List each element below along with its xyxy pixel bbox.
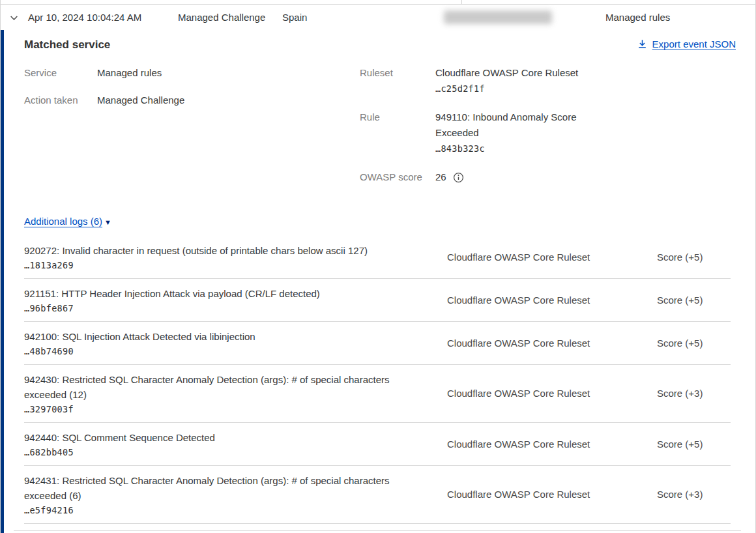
rule-id: …843b323c — [435, 141, 597, 156]
log-row: 942100: SQL Injection Attack Detected vi… — [24, 322, 731, 365]
log-rule-id: …e5f94216 — [24, 505, 447, 515]
log-description: 942440: SQL Comment Sequence Detected — [24, 430, 423, 445]
download-icon — [637, 38, 648, 50]
owasp-score-value: 26 — [435, 169, 446, 185]
additional-logs-label: Additional logs (6) — [24, 216, 102, 227]
ruleset-fields: Ruleset Cloudflare OWASP Core Ruleset …c… — [360, 65, 712, 198]
log-ruleset: Cloudflare OWASP Core Ruleset — [447, 295, 657, 306]
field-value: Managed Challenge — [97, 93, 184, 108]
ruleset-name: Cloudflare OWASP Core Ruleset — [435, 65, 597, 81]
log-ruleset: Cloudflare OWASP Core Ruleset — [447, 252, 657, 263]
log-row: 921151: HTTP Header Injection Attack via… — [24, 279, 731, 322]
field-ruleset: Ruleset Cloudflare OWASP Core Ruleset …c… — [360, 65, 712, 96]
log-ruleset: Cloudflare OWASP Core Ruleset — [447, 489, 657, 500]
info-icon[interactable] — [453, 172, 464, 183]
log-score: Score (+5) — [657, 295, 731, 306]
additional-logs-toggle[interactable]: Additional logs (6) ▼ — [24, 216, 111, 227]
field-value: Managed rules — [97, 65, 162, 81]
event-row[interactable]: Apr 10, 2024 10:04:24 AM Managed Challen… — [1, 5, 755, 30]
log-score: Score (+3) — [657, 388, 731, 399]
field-service: Service Managed rules — [24, 65, 360, 81]
panel-title: Matched service — [24, 38, 110, 51]
rule-name: 949110: Inbound Anomaly Score Exceeded — [435, 109, 597, 141]
log-description: 942430: Restricted SQL Character Anomaly… — [24, 372, 423, 402]
log-rule-id: …96bfe867 — [24, 303, 447, 313]
field-rule: Rule 949110: Inbound Anomaly Score Excee… — [360, 109, 712, 156]
redacted-value — [444, 10, 552, 24]
field-action-taken: Action taken Managed Challenge — [24, 93, 360, 108]
event-timestamp: Apr 10, 2024 10:04:24 AM — [28, 12, 141, 23]
log-row: 942431: Restricted SQL Character Anomaly… — [24, 466, 731, 524]
log-rule-id: …3297003f — [24, 404, 447, 414]
log-rule-id: …48b74690 — [24, 346, 447, 356]
log-ruleset: Cloudflare OWASP Core Ruleset — [447, 338, 657, 349]
event-action: Managed Challenge — [178, 12, 265, 23]
log-description: 942431: Restricted SQL Character Anomaly… — [24, 473, 423, 503]
field-label: OWASP score — [360, 169, 435, 185]
export-event-json-link[interactable]: Export event JSON — [637, 38, 736, 50]
field-owasp-score: OWASP score 26 — [360, 169, 712, 185]
export-link-label: Export event JSON — [652, 38, 736, 50]
log-description: 942100: SQL Injection Attack Detected vi… — [24, 329, 423, 344]
field-label: Action taken — [24, 93, 97, 108]
log-description: 920272: Invalid character in request (ou… — [24, 243, 423, 258]
matched-service-fields: Service Managed rules Action taken Manag… — [1, 65, 360, 198]
firewall-event-detail-panel: Apr 10, 2024 10:04:24 AM Managed Challen… — [0, 0, 756, 533]
log-score: Score (+5) — [657, 338, 731, 349]
log-description: 921151: HTTP Header Injection Attack via… — [24, 286, 423, 301]
selected-row-indicator — [1, 30, 4, 533]
log-ruleset: Cloudflare OWASP Core Ruleset — [447, 388, 657, 399]
log-row: 920272: Invalid character in request (ou… — [24, 236, 731, 279]
log-score: Score (+3) — [657, 489, 731, 500]
field-label: Service — [24, 65, 97, 81]
field-label: Ruleset — [360, 65, 435, 96]
log-rule-id: …1813a269 — [24, 260, 447, 270]
log-rule-id: …682bb405 — [24, 447, 447, 457]
event-service: Managed rules — [605, 12, 670, 23]
chevron-down-icon[interactable] — [9, 13, 19, 25]
divider — [14, 530, 741, 531]
log-row: 942430: Restricted SQL Character Anomaly… — [24, 365, 731, 423]
ruleset-id: …c25d2f1f — [435, 81, 597, 96]
log-ruleset: Cloudflare OWASP Core Ruleset — [447, 439, 657, 450]
additional-logs-list: 920272: Invalid character in request (ou… — [1, 236, 755, 524]
log-score: Score (+5) — [657, 252, 731, 263]
event-country: Spain — [282, 12, 307, 23]
event-detail-body: Matched service Export event JSON Servic… — [1, 30, 755, 533]
divider — [461, 0, 462, 4]
log-row: 942440: SQL Comment Sequence Detected …6… — [24, 423, 731, 466]
log-score: Score (+5) — [657, 439, 731, 450]
caret-down-icon: ▼ — [104, 218, 111, 226]
field-label: Rule — [360, 109, 435, 156]
